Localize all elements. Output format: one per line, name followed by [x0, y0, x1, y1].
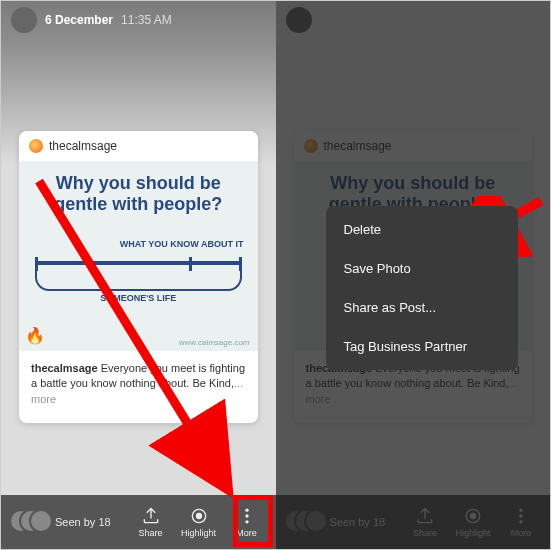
share-icon — [141, 506, 161, 526]
flame-icon: 🔥 — [25, 326, 45, 345]
story-header: 6 December 11:35 AM — [11, 7, 266, 33]
svg-point-2 — [245, 509, 248, 512]
caption-username: thecalmsage — [31, 362, 98, 374]
reshared-post-card[interactable]: thecalmsage Why you should be gentle wit… — [19, 131, 258, 423]
story-bottom-bar: Seen by 18 Share Highlight More — [1, 495, 276, 549]
post-author-username: thecalmsage — [49, 139, 117, 153]
share-label: Share — [138, 528, 162, 538]
more-button[interactable]: More — [226, 506, 268, 538]
story-time: 11:35 AM — [121, 13, 172, 27]
menu-item-delete[interactable]: Delete — [326, 210, 519, 249]
watermark-text: www.calmsage.com — [179, 338, 250, 347]
menu-item-tag-business-partner[interactable]: Tag Business Partner — [326, 327, 519, 366]
viewer-avatars-icon — [9, 509, 49, 535]
brace-icon — [35, 271, 242, 291]
svg-point-3 — [245, 514, 248, 517]
share-button[interactable]: Share — [130, 506, 172, 538]
menu-item-share-as-post[interactable]: Share as Post... — [326, 288, 519, 327]
annotation-someones-life: SOMEONE'S LIFE — [19, 293, 258, 303]
post-caption: thecalmsage Everyone you meet is fightin… — [19, 351, 258, 423]
post-headline: Why you should be gentle with people? — [29, 173, 248, 214]
highlight-button[interactable]: Highlight — [178, 506, 220, 538]
annotation-what-you-know: WHAT YOU KNOW ABOUT IT — [120, 239, 244, 249]
svg-point-4 — [245, 520, 248, 523]
highlight-icon — [189, 506, 209, 526]
highlight-label: Highlight — [181, 528, 216, 538]
more-label: More — [236, 528, 257, 538]
svg-point-1 — [196, 514, 201, 519]
more-options-menu: Delete Save Photo Share as Post... Tag B… — [326, 206, 519, 370]
seen-by-button[interactable]: Seen by 18 — [9, 509, 130, 535]
menu-item-save-photo[interactable]: Save Photo — [326, 249, 519, 288]
timeline-bar — [35, 261, 242, 265]
story-date: 6 December — [45, 13, 113, 27]
avatar[interactable] — [11, 7, 37, 33]
post-author-avatar — [29, 139, 43, 153]
post-image: Why you should be gentle with people? WH… — [19, 161, 258, 351]
seen-by-label: Seen by 18 — [55, 516, 111, 528]
more-vertical-icon — [237, 506, 257, 526]
